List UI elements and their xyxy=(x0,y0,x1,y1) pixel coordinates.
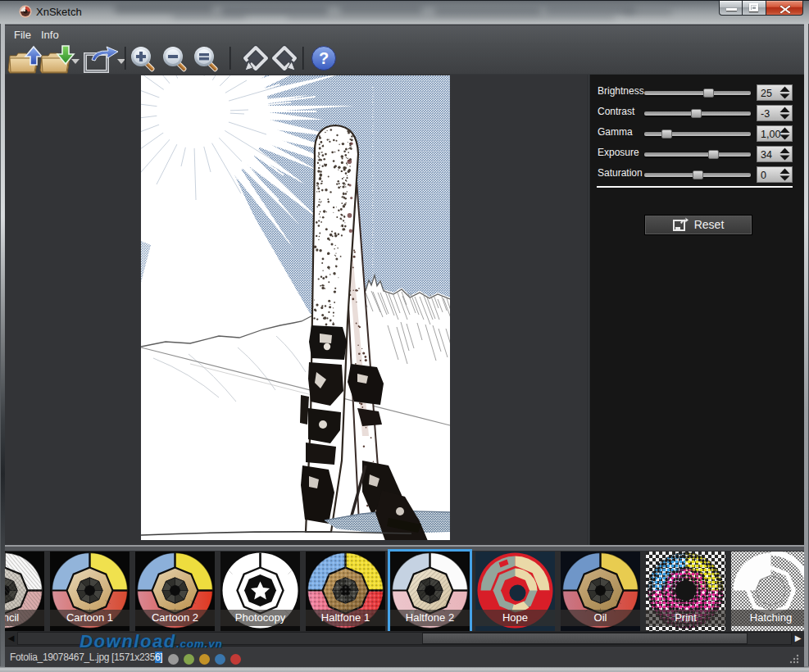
svg-text:?: ? xyxy=(319,49,329,67)
